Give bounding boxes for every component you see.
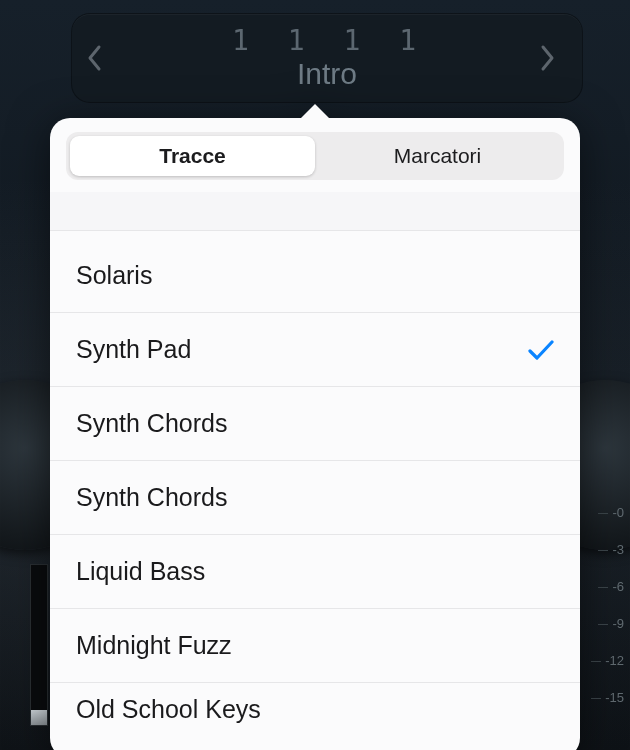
current-marker-name[interactable]: Intro (116, 57, 538, 90)
list-item[interactable]: Old School Keys (50, 683, 580, 735)
track-name: Solaris (76, 261, 152, 290)
meter-right: -0-3-6-9-12-15 (582, 505, 626, 745)
list-header-gap (50, 192, 580, 231)
track-popover: Tracce Marcatori SolarisSynth PadSynth C… (50, 118, 580, 750)
track-list[interactable]: SolarisSynth PadSynth ChordsSynth Chords… (50, 239, 580, 735)
track-name: Midnight Fuzz (76, 631, 232, 660)
track-name: Synth Chords (76, 409, 227, 438)
chevron-right-icon (538, 44, 556, 72)
meter-tick: -9 (598, 616, 624, 631)
track-name: Liquid Bass (76, 557, 205, 586)
tab-markers-label: Marcatori (394, 144, 482, 168)
meter-tick: -12 (591, 653, 624, 668)
list-item[interactable]: Synth Chords (50, 461, 580, 535)
tab-tracks[interactable]: Tracce (70, 136, 315, 176)
meter-tick: -6 (598, 579, 624, 594)
list-item[interactable]: Synth Chords (50, 387, 580, 461)
popover-arrow (301, 104, 329, 118)
tab-markers[interactable]: Marcatori (315, 136, 560, 176)
playhead-position: 1 1 1 1 (116, 27, 538, 55)
track-name: Synth Chords (76, 483, 227, 512)
track-name: Old School Keys (76, 695, 261, 724)
track-name: Synth Pad (76, 335, 191, 364)
chevron-left-icon (86, 44, 104, 72)
meter-tick: -15 (591, 690, 624, 705)
list-item[interactable]: Solaris (50, 239, 580, 313)
segmented-control: Tracce Marcatori (66, 132, 564, 180)
checkmark-icon (528, 339, 554, 361)
list-item[interactable]: Liquid Bass (50, 535, 580, 609)
position-navigator: 1 1 1 1 Intro (72, 14, 582, 102)
meter-left (30, 564, 48, 726)
next-marker-button[interactable] (538, 44, 568, 72)
meter-tick: -0 (598, 505, 624, 520)
meter-tick: -3 (598, 542, 624, 557)
tab-tracks-label: Tracce (159, 144, 226, 168)
list-item[interactable]: Midnight Fuzz (50, 609, 580, 683)
prev-marker-button[interactable] (86, 44, 116, 72)
list-item[interactable]: Synth Pad (50, 313, 580, 387)
